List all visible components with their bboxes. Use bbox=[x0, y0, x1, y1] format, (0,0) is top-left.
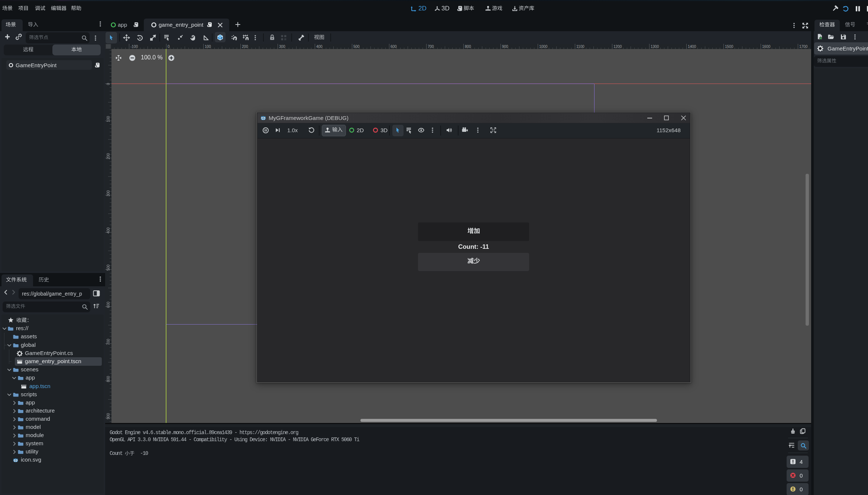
svg-text:1700: 1700 bbox=[799, 45, 808, 49]
svg-text:0: 0 bbox=[168, 45, 170, 49]
svg-text:1300: 1300 bbox=[651, 45, 659, 49]
svg-text:1400: 1400 bbox=[688, 45, 696, 49]
svg-text:300: 300 bbox=[106, 190, 110, 196]
svg-text:100: 100 bbox=[106, 116, 110, 122]
svg-text:1600: 1600 bbox=[762, 45, 771, 49]
svg-text:300: 300 bbox=[279, 45, 285, 49]
svg-text:400: 400 bbox=[316, 45, 323, 49]
svg-text:100: 100 bbox=[205, 45, 211, 49]
svg-text:900: 900 bbox=[106, 413, 110, 419]
svg-text:1200: 1200 bbox=[613, 45, 622, 49]
svg-text:500: 500 bbox=[106, 264, 110, 271]
svg-text:0: 0 bbox=[106, 83, 110, 85]
svg-text:1500: 1500 bbox=[725, 45, 733, 49]
svg-text:600: 600 bbox=[391, 45, 397, 49]
svg-text:200: 200 bbox=[106, 153, 110, 159]
svg-text:600: 600 bbox=[106, 302, 110, 308]
svg-text:-100: -100 bbox=[130, 45, 138, 49]
svg-text:1000: 1000 bbox=[539, 45, 548, 49]
svg-text:1100: 1100 bbox=[576, 45, 584, 49]
svg-text:400: 400 bbox=[106, 227, 110, 234]
svg-text:500: 500 bbox=[353, 45, 360, 49]
svg-text:900: 900 bbox=[502, 45, 508, 49]
svg-text:700: 700 bbox=[106, 339, 110, 345]
svg-text:200: 200 bbox=[242, 45, 248, 49]
svg-text:700: 700 bbox=[428, 45, 434, 49]
svg-text:800: 800 bbox=[465, 45, 471, 49]
svg-text:800: 800 bbox=[106, 376, 110, 382]
